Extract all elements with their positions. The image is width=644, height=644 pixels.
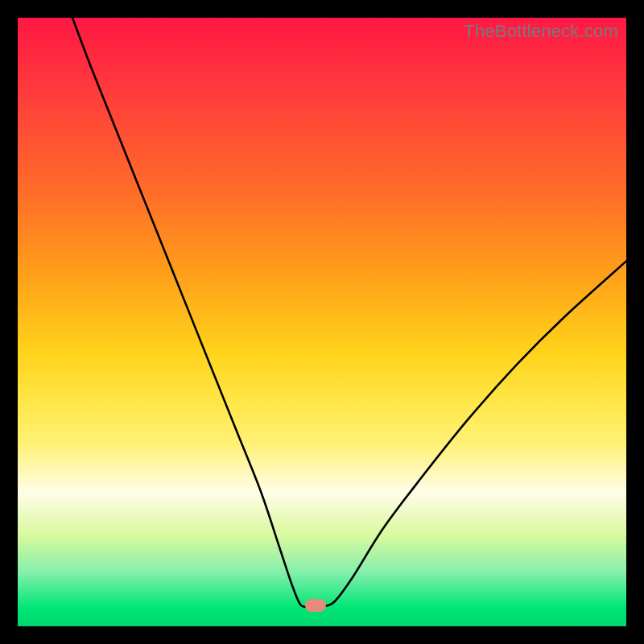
chart-frame: TheBottleneck.com (0, 0, 644, 644)
bottleneck-curve (18, 18, 626, 626)
watermark-text: TheBottleneck.com (464, 21, 618, 42)
optimal-marker (305, 599, 326, 612)
plot-area: TheBottleneck.com (18, 18, 626, 626)
